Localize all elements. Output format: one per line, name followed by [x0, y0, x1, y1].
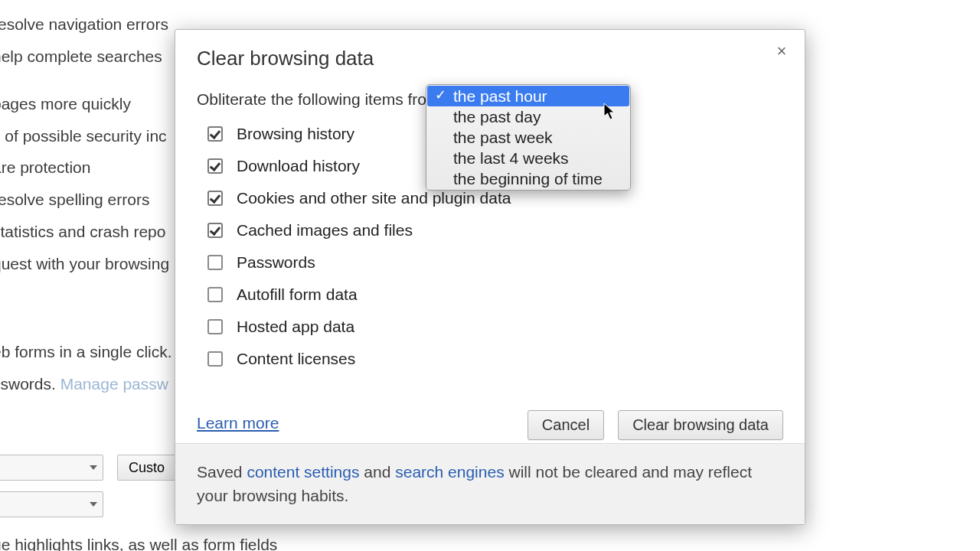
close-button[interactable]: × — [773, 42, 791, 60]
data-type-label: Browsing history — [237, 125, 354, 143]
data-type-label: Autofill form data — [237, 285, 358, 304]
dialog-footer-note: Saved content settings and search engine… — [175, 443, 805, 524]
footer-text: Saved — [197, 463, 247, 481]
content-settings-link[interactable]: content settings — [247, 463, 359, 481]
dialog-title: Clear browsing data — [175, 30, 805, 78]
data-type-checkbox[interactable] — [207, 158, 223, 174]
data-type-checkbox[interactable] — [207, 223, 223, 238]
time-range-dropdown[interactable]: the past hourthe past daythe past weekth… — [426, 84, 631, 191]
data-type-label: Cached images and files — [237, 221, 413, 240]
data-type-label: Passwords — [237, 253, 315, 272]
data-type-label: Hosted app data — [237, 318, 354, 336]
data-type-label: Download history — [237, 157, 360, 175]
time-range-option[interactable]: the past hour — [427, 86, 629, 106]
close-icon: × — [777, 41, 787, 61]
data-type-label: Cookies and other site and plugin data — [237, 189, 511, 207]
modal-overlay: × Clear browsing data Obliterate the fol… — [0, 0, 980, 551]
time-range-option[interactable]: the past week — [427, 127, 629, 148]
time-range-option[interactable]: the last 4 weeks — [427, 148, 629, 168]
footer-text: and — [359, 463, 395, 481]
data-type-row: Passwords — [207, 246, 805, 279]
cancel-button[interactable]: Cancel — [528, 410, 604, 440]
learn-more-link[interactable]: Learn more — [197, 414, 279, 432]
data-type-checkbox[interactable] — [207, 319, 223, 334]
time-range-option[interactable]: the beginning of time — [427, 168, 629, 189]
data-type-checkbox[interactable] — [207, 191, 223, 206]
data-type-checkbox[interactable] — [207, 287, 223, 302]
data-type-row: Hosted app data — [207, 311, 805, 343]
data-type-checkbox[interactable] — [207, 351, 223, 367]
data-type-row: Content licenses — [207, 343, 805, 375]
search-engines-link[interactable]: search engines — [395, 463, 504, 481]
data-type-row: Autofill form data — [207, 279, 805, 311]
time-range-option[interactable]: the past day — [427, 106, 629, 127]
data-type-label: Content licenses — [237, 350, 355, 368]
data-type-checkbox[interactable] — [207, 126, 223, 142]
clear-browsing-data-button[interactable]: Clear browsing data — [618, 410, 783, 440]
data-type-checkbox[interactable] — [207, 255, 223, 270]
data-type-row: Cached images and files — [207, 214, 805, 246]
